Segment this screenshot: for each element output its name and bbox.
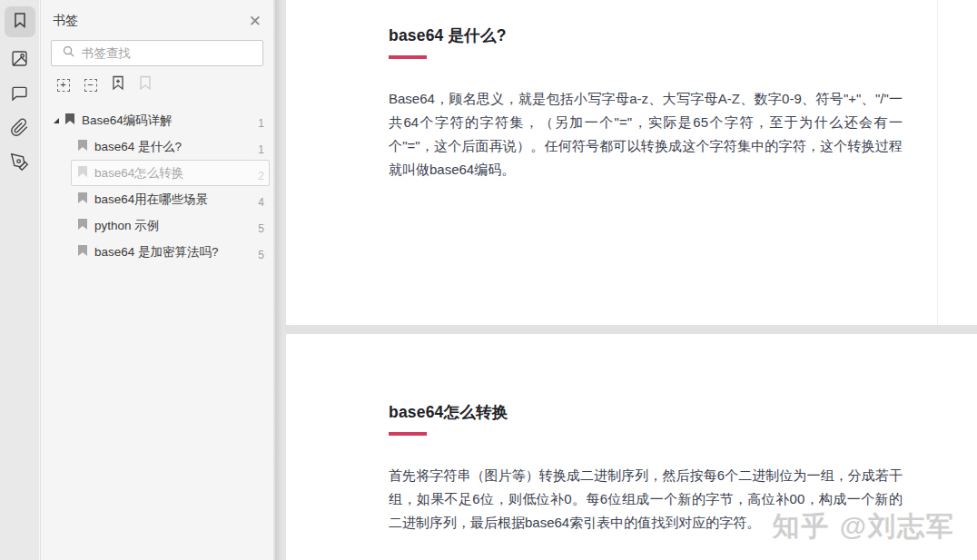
bookmark-icon [77,192,88,208]
panel-edge-shadow[interactable] [275,0,285,560]
close-icon[interactable]: ✕ [249,14,262,29]
bookmark-label: base64怎么转换 [94,165,183,182]
signature-icon [10,152,29,175]
bookmark-page-number: 4 [258,191,264,209]
bookmark-label: Base64编码详解 [82,113,173,129]
section-heading: base64怎么转换 [389,401,908,423]
bookmarks-panel: 书签 ✕ + − [41,0,274,560]
add-bookmark-button[interactable] [110,77,125,93]
panel-title: 书签 [53,13,78,29]
bookmark-item-selected[interactable]: base64怎么转换 2 [41,160,273,186]
bookmarks-panel-button[interactable] [5,6,35,37]
pdf-page-1: base64 是什么? Base64，顾名思义，就是包括小写字母a-z、大写字母… [286,0,977,325]
bookmark-label: base64 是加密算法吗? [94,244,219,260]
bookmark-icon [11,11,29,33]
image-icon [10,49,29,72]
bookmark-page-number: 1 [258,138,264,156]
bookmark-icon [64,113,75,129]
thumbnails-button[interactable] [6,46,34,74]
expand-all-icon: + [57,79,70,92]
expand-all-button[interactable]: + [55,77,71,93]
bookmark-page-number: 1 [258,112,264,130]
collapse-all-icon: − [84,79,97,92]
page-column-line [937,0,938,325]
attachments-button[interactable] [6,115,34,142]
bookmark-search-box[interactable] [51,40,263,66]
bookmark-page-number: 5 [258,243,264,261]
comment-icon [10,84,29,106]
bookmark-search-input[interactable] [82,46,255,60]
heading-accent-bar [389,55,427,59]
bookmark-item-root[interactable]: Base64编码详解 1 [41,107,273,133]
heading-accent-bar [389,432,427,436]
bookmark-label: base64用在哪些场景 [94,192,208,208]
add-bookmark-icon [111,75,125,94]
section-heading: base64 是什么? [389,25,908,46]
bookmark-item[interactable]: python 示例 5 [41,212,273,239]
bookmark-icon [77,139,88,155]
bookmark-page-number: 5 [258,217,264,235]
paperclip-icon [10,118,29,141]
search-icon [59,44,82,62]
bookmark-page-number: 2 [258,164,264,182]
bookmark-label: base64 是什么? [94,139,182,155]
bookmark-icon [77,165,88,182]
expander-triangle-icon[interactable] [54,118,59,123]
collapse-all-button[interactable]: − [83,77,98,93]
bookmarks-toolbar: + − [41,66,273,100]
bookmark-label: python 示例 [94,218,159,234]
left-toolbar [0,0,40,560]
zhihu-watermark: 知乎 @刘志军 [772,508,955,545]
bookmark-item[interactable]: base64用在哪些场景 4 [41,186,273,212]
section-body: Base64，顾名思义，就是包括小写字母a-z、大写字母A-Z、数字0-9、符号… [389,87,903,182]
signatures-button[interactable] [6,150,34,177]
bookmark-icon [77,244,88,260]
bookmark-icon [77,218,88,234]
delete-bookmark-button[interactable] [137,77,153,93]
document-view[interactable]: base64 是什么? Base64，顾名思义，就是包括小写字母a-z、大写字母… [285,0,977,560]
bookmark-tree: Base64编码详解 1 base64 是什么? 1 base64怎么转换 2 … [41,107,273,265]
bookmark-item[interactable]: base64 是什么? 1 [41,133,273,160]
delete-bookmark-icon [138,75,153,94]
bookmarks-panel-header: 书签 ✕ [41,0,273,38]
comments-button[interactable] [6,81,34,108]
pdf-page-2: base64怎么转换 首先将字符串（图片等）转换成二进制序列，然后按每6个二进制… [286,334,977,560]
bookmark-item[interactable]: base64 是加密算法吗? 5 [41,239,273,265]
